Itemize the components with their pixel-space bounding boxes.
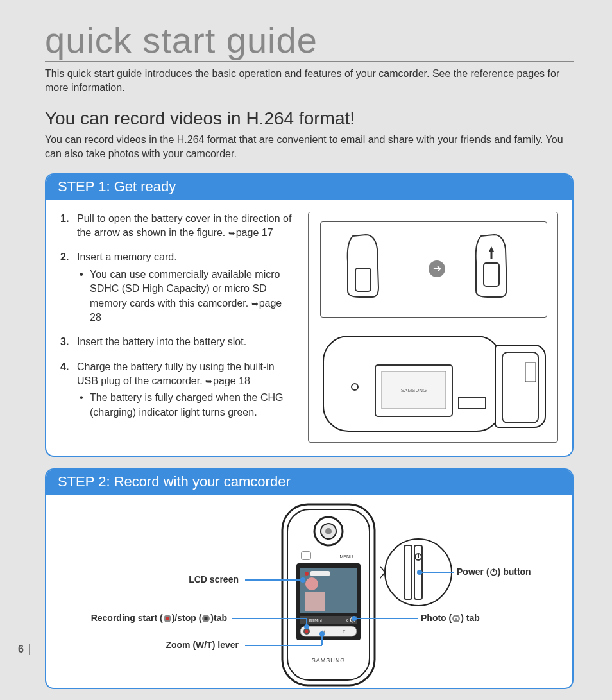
svg-rect-15 <box>302 552 310 559</box>
label-text: )/stop ( <box>172 613 202 623</box>
page-reference: page 18 <box>205 375 250 386</box>
svg-text:MENU: MENU <box>339 554 353 559</box>
subtitle-description: You can record videos in the H.264 forma… <box>45 133 574 162</box>
zoom-lever-label: Zoom (W/T) lever <box>149 640 239 650</box>
label-text: ) tab <box>461 613 480 623</box>
svg-point-53 <box>166 617 169 620</box>
label-text: Power ( <box>457 567 489 577</box>
svg-line-38 <box>380 566 385 572</box>
battery-cover-illustration: ➔ <box>320 221 547 318</box>
lcd-screen-label: LCD screen <box>174 574 239 585</box>
svg-text:T: T <box>343 629 346 634</box>
step-1-figure: ➔ SAMSUNG <box>308 212 558 443</box>
step-1-item: Charge the battery fully by using the bu… <box>60 360 295 420</box>
bullet-item: You can use commercially available micro… <box>77 268 295 325</box>
svg-rect-9 <box>525 363 536 382</box>
svg-text:[99Min]: [99Min] <box>309 619 322 622</box>
svg-text:W: W <box>321 629 325 634</box>
svg-text:SAMSUNG: SAMSUNG <box>401 388 427 393</box>
svg-rect-6 <box>459 397 486 409</box>
svg-rect-34 <box>404 545 412 599</box>
hand-left-icon <box>340 230 385 300</box>
label-text: ) button <box>498 567 531 577</box>
camcorder-back-illustration: SAMSUNG <box>323 336 502 432</box>
step-1-item: Insert a memory card. You can use commer… <box>60 250 295 325</box>
svg-rect-22 <box>310 571 330 576</box>
svg-point-60 <box>455 618 457 620</box>
page-number: 6 <box>18 644 30 655</box>
stop-icon <box>201 614 210 623</box>
svg-rect-0 <box>355 268 371 291</box>
power-button-callout <box>380 534 457 611</box>
label-text: Photo ( <box>421 613 452 623</box>
step-1-header: STEP 1: Get ready <box>46 175 572 200</box>
power-button-label: Power () button <box>457 567 531 577</box>
step-1-list: Pull to open the battery cover in the di… <box>60 212 295 420</box>
hand-right-icon <box>468 230 513 300</box>
svg-point-19 <box>305 577 318 590</box>
svg-point-29 <box>305 629 309 633</box>
intro-paragraph: This quick start guide introduces the ba… <box>45 67 574 96</box>
svg-line-39 <box>380 572 385 579</box>
subtitle: You can record videos in H.264 format! <box>45 108 574 129</box>
step-2-card: STEP 2: Record with your camcorder MENU … <box>45 468 574 689</box>
photo-tab-label: Photo () tab <box>421 613 480 623</box>
bullet-text: The battery is fully charged when the CH… <box>90 392 283 417</box>
svg-rect-20 <box>305 592 325 611</box>
step-text: Insert a memory card. <box>77 252 177 262</box>
step-1-item: Insert the battery into the battery slot… <box>60 335 295 349</box>
camcorder-side-illustration <box>495 345 546 428</box>
step-2-header: STEP 2: Record with your camcorder <box>46 470 572 495</box>
power-icon <box>489 568 498 576</box>
recording-tab-label: Recording start ()/stop ()tab <box>58 613 227 623</box>
svg-point-21 <box>305 572 309 576</box>
camera-icon <box>452 614 461 623</box>
svg-rect-61 <box>455 617 456 618</box>
step-1-card: STEP 1: Get ready Pull to open the batte… <box>45 173 574 457</box>
arrow-right-icon: ➔ <box>429 260 445 277</box>
svg-rect-55 <box>205 617 208 620</box>
svg-point-7 <box>352 384 358 390</box>
svg-rect-1 <box>484 263 499 286</box>
label-text: Recording start ( <box>91 613 163 623</box>
step-text: Insert the battery into the battery slot… <box>77 336 246 347</box>
svg-point-26 <box>350 617 355 622</box>
svg-point-14 <box>325 528 332 534</box>
svg-text:SAMSUNG: SAMSUNG <box>312 657 346 663</box>
record-icon <box>163 614 172 623</box>
camcorder-front-figure: MENU [99Min] 6 W T SAMSUNG <box>271 502 386 688</box>
step-1-item: Pull to open the battery cover in the di… <box>60 212 295 241</box>
page-title: quick start guide <box>45 19 574 62</box>
label-text: )tab <box>210 613 227 623</box>
page-reference: page 17 <box>228 227 273 238</box>
bullet-item: The battery is fully charged when the CH… <box>77 391 295 420</box>
